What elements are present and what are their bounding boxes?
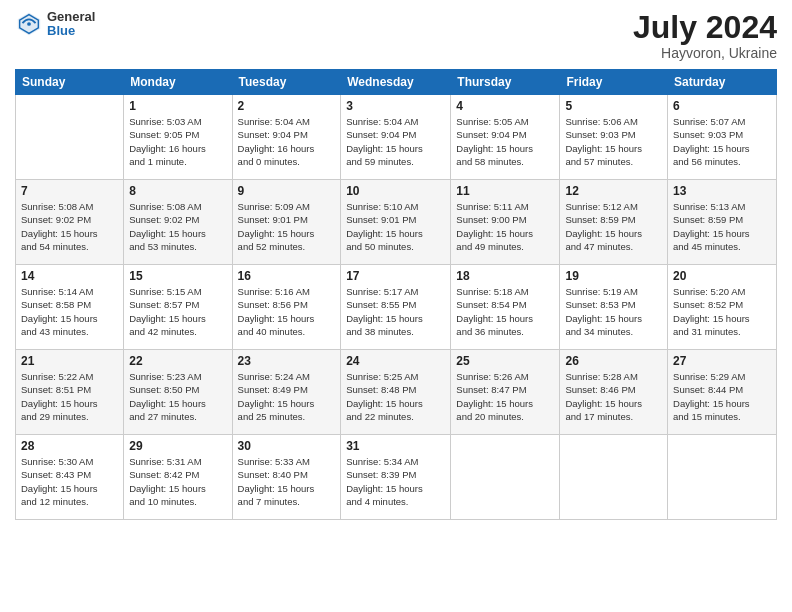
day-info: Sunrise: 5:04 AM Sunset: 9:04 PM Dayligh… bbox=[346, 115, 445, 168]
calendar-cell: 24Sunrise: 5:25 AM Sunset: 8:48 PM Dayli… bbox=[341, 350, 451, 435]
calendar-cell: 29Sunrise: 5:31 AM Sunset: 8:42 PM Dayli… bbox=[124, 435, 232, 520]
day-number: 25 bbox=[456, 354, 554, 368]
day-number: 22 bbox=[129, 354, 226, 368]
calendar-cell: 9Sunrise: 5:09 AM Sunset: 9:01 PM Daylig… bbox=[232, 180, 341, 265]
calendar-cell: 23Sunrise: 5:24 AM Sunset: 8:49 PM Dayli… bbox=[232, 350, 341, 435]
day-number: 26 bbox=[565, 354, 662, 368]
calendar-cell: 8Sunrise: 5:08 AM Sunset: 9:02 PM Daylig… bbox=[124, 180, 232, 265]
day-number: 31 bbox=[346, 439, 445, 453]
day-info: Sunrise: 5:26 AM Sunset: 8:47 PM Dayligh… bbox=[456, 370, 554, 423]
day-info: Sunrise: 5:22 AM Sunset: 8:51 PM Dayligh… bbox=[21, 370, 118, 423]
calendar-cell: 15Sunrise: 5:15 AM Sunset: 8:57 PM Dayli… bbox=[124, 265, 232, 350]
day-info: Sunrise: 5:18 AM Sunset: 8:54 PM Dayligh… bbox=[456, 285, 554, 338]
calendar-cell: 16Sunrise: 5:16 AM Sunset: 8:56 PM Dayli… bbox=[232, 265, 341, 350]
calendar-cell: 19Sunrise: 5:19 AM Sunset: 8:53 PM Dayli… bbox=[560, 265, 668, 350]
day-number: 27 bbox=[673, 354, 771, 368]
calendar-cell: 4Sunrise: 5:05 AM Sunset: 9:04 PM Daylig… bbox=[451, 95, 560, 180]
calendar-cell bbox=[451, 435, 560, 520]
month-year-title: July 2024 bbox=[633, 10, 777, 45]
calendar-cell: 17Sunrise: 5:17 AM Sunset: 8:55 PM Dayli… bbox=[341, 265, 451, 350]
day-number: 5 bbox=[565, 99, 662, 113]
day-info: Sunrise: 5:11 AM Sunset: 9:00 PM Dayligh… bbox=[456, 200, 554, 253]
day-info: Sunrise: 5:12 AM Sunset: 8:59 PM Dayligh… bbox=[565, 200, 662, 253]
col-wednesday: Wednesday bbox=[341, 70, 451, 95]
day-number: 18 bbox=[456, 269, 554, 283]
day-number: 10 bbox=[346, 184, 445, 198]
col-saturday: Saturday bbox=[668, 70, 777, 95]
calendar-cell: 26Sunrise: 5:28 AM Sunset: 8:46 PM Dayli… bbox=[560, 350, 668, 435]
calendar-week-row: 7Sunrise: 5:08 AM Sunset: 9:02 PM Daylig… bbox=[16, 180, 777, 265]
day-number: 7 bbox=[21, 184, 118, 198]
day-number: 24 bbox=[346, 354, 445, 368]
day-number: 15 bbox=[129, 269, 226, 283]
col-sunday: Sunday bbox=[16, 70, 124, 95]
calendar-cell: 11Sunrise: 5:11 AM Sunset: 9:00 PM Dayli… bbox=[451, 180, 560, 265]
day-number: 1 bbox=[129, 99, 226, 113]
day-info: Sunrise: 5:31 AM Sunset: 8:42 PM Dayligh… bbox=[129, 455, 226, 508]
day-info: Sunrise: 5:14 AM Sunset: 8:58 PM Dayligh… bbox=[21, 285, 118, 338]
header: General Blue July 2024 Hayvoron, Ukraine bbox=[15, 10, 777, 61]
calendar-cell: 2Sunrise: 5:04 AM Sunset: 9:04 PM Daylig… bbox=[232, 95, 341, 180]
day-info: Sunrise: 5:04 AM Sunset: 9:04 PM Dayligh… bbox=[238, 115, 336, 168]
day-number: 17 bbox=[346, 269, 445, 283]
calendar-cell: 5Sunrise: 5:06 AM Sunset: 9:03 PM Daylig… bbox=[560, 95, 668, 180]
day-number: 4 bbox=[456, 99, 554, 113]
day-number: 8 bbox=[129, 184, 226, 198]
day-info: Sunrise: 5:05 AM Sunset: 9:04 PM Dayligh… bbox=[456, 115, 554, 168]
day-info: Sunrise: 5:09 AM Sunset: 9:01 PM Dayligh… bbox=[238, 200, 336, 253]
calendar-cell: 3Sunrise: 5:04 AM Sunset: 9:04 PM Daylig… bbox=[341, 95, 451, 180]
logo-text: General Blue bbox=[47, 10, 95, 39]
calendar-cell: 12Sunrise: 5:12 AM Sunset: 8:59 PM Dayli… bbox=[560, 180, 668, 265]
page-container: General Blue July 2024 Hayvoron, Ukraine… bbox=[0, 0, 792, 530]
logo: General Blue bbox=[15, 10, 95, 39]
calendar-table: Sunday Monday Tuesday Wednesday Thursday… bbox=[15, 69, 777, 520]
calendar-cell: 28Sunrise: 5:30 AM Sunset: 8:43 PM Dayli… bbox=[16, 435, 124, 520]
calendar-cell: 27Sunrise: 5:29 AM Sunset: 8:44 PM Dayli… bbox=[668, 350, 777, 435]
day-info: Sunrise: 5:16 AM Sunset: 8:56 PM Dayligh… bbox=[238, 285, 336, 338]
day-info: Sunrise: 5:25 AM Sunset: 8:48 PM Dayligh… bbox=[346, 370, 445, 423]
calendar-cell: 7Sunrise: 5:08 AM Sunset: 9:02 PM Daylig… bbox=[16, 180, 124, 265]
day-info: Sunrise: 5:28 AM Sunset: 8:46 PM Dayligh… bbox=[565, 370, 662, 423]
location-subtitle: Hayvoron, Ukraine bbox=[633, 45, 777, 61]
col-friday: Friday bbox=[560, 70, 668, 95]
day-number: 30 bbox=[238, 439, 336, 453]
day-info: Sunrise: 5:29 AM Sunset: 8:44 PM Dayligh… bbox=[673, 370, 771, 423]
day-number: 13 bbox=[673, 184, 771, 198]
calendar-cell: 30Sunrise: 5:33 AM Sunset: 8:40 PM Dayli… bbox=[232, 435, 341, 520]
col-tuesday: Tuesday bbox=[232, 70, 341, 95]
logo-icon bbox=[15, 10, 43, 38]
calendar-cell bbox=[560, 435, 668, 520]
day-number: 9 bbox=[238, 184, 336, 198]
col-thursday: Thursday bbox=[451, 70, 560, 95]
day-info: Sunrise: 5:34 AM Sunset: 8:39 PM Dayligh… bbox=[346, 455, 445, 508]
day-info: Sunrise: 5:08 AM Sunset: 9:02 PM Dayligh… bbox=[21, 200, 118, 253]
calendar-cell: 13Sunrise: 5:13 AM Sunset: 8:59 PM Dayli… bbox=[668, 180, 777, 265]
calendar-cell: 18Sunrise: 5:18 AM Sunset: 8:54 PM Dayli… bbox=[451, 265, 560, 350]
day-info: Sunrise: 5:06 AM Sunset: 9:03 PM Dayligh… bbox=[565, 115, 662, 168]
day-info: Sunrise: 5:17 AM Sunset: 8:55 PM Dayligh… bbox=[346, 285, 445, 338]
day-number: 21 bbox=[21, 354, 118, 368]
logo-general-text: General bbox=[47, 10, 95, 24]
day-number: 28 bbox=[21, 439, 118, 453]
calendar-cell bbox=[668, 435, 777, 520]
calendar-cell bbox=[16, 95, 124, 180]
day-info: Sunrise: 5:03 AM Sunset: 9:05 PM Dayligh… bbox=[129, 115, 226, 168]
title-section: July 2024 Hayvoron, Ukraine bbox=[633, 10, 777, 61]
day-info: Sunrise: 5:19 AM Sunset: 8:53 PM Dayligh… bbox=[565, 285, 662, 338]
day-info: Sunrise: 5:20 AM Sunset: 8:52 PM Dayligh… bbox=[673, 285, 771, 338]
calendar-cell: 25Sunrise: 5:26 AM Sunset: 8:47 PM Dayli… bbox=[451, 350, 560, 435]
day-number: 29 bbox=[129, 439, 226, 453]
day-info: Sunrise: 5:15 AM Sunset: 8:57 PM Dayligh… bbox=[129, 285, 226, 338]
day-number: 6 bbox=[673, 99, 771, 113]
day-number: 12 bbox=[565, 184, 662, 198]
calendar-week-row: 1Sunrise: 5:03 AM Sunset: 9:05 PM Daylig… bbox=[16, 95, 777, 180]
calendar-cell: 10Sunrise: 5:10 AM Sunset: 9:01 PM Dayli… bbox=[341, 180, 451, 265]
day-info: Sunrise: 5:13 AM Sunset: 8:59 PM Dayligh… bbox=[673, 200, 771, 253]
day-number: 20 bbox=[673, 269, 771, 283]
day-number: 2 bbox=[238, 99, 336, 113]
calendar-week-row: 28Sunrise: 5:30 AM Sunset: 8:43 PM Dayli… bbox=[16, 435, 777, 520]
calendar-week-row: 14Sunrise: 5:14 AM Sunset: 8:58 PM Dayli… bbox=[16, 265, 777, 350]
calendar-cell: 14Sunrise: 5:14 AM Sunset: 8:58 PM Dayli… bbox=[16, 265, 124, 350]
day-info: Sunrise: 5:30 AM Sunset: 8:43 PM Dayligh… bbox=[21, 455, 118, 508]
day-number: 14 bbox=[21, 269, 118, 283]
